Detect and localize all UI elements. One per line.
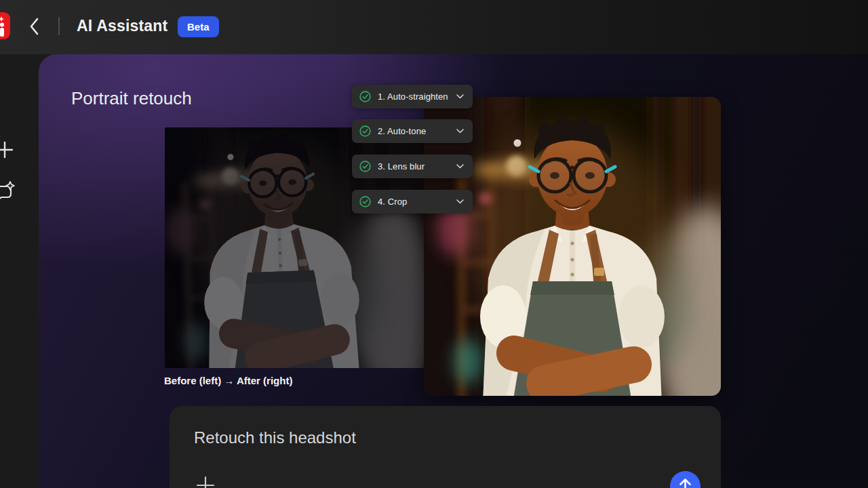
arrow-up-icon [679, 478, 692, 488]
ai-assistant-nav-button[interactable] [0, 180, 16, 208]
chevron-left-icon [28, 17, 39, 36]
send-button[interactable] [670, 471, 701, 488]
logo-glyph [0, 16, 7, 37]
step-label: 1. Auto-straighten [378, 92, 450, 102]
plus-icon [195, 475, 216, 488]
plus-icon [0, 140, 15, 160]
chevron-down-icon [456, 199, 464, 204]
app-window: AI Assistant Beta Portrait retouch [0, 0, 868, 488]
before-after-caption: Before (left) → After (right) [164, 375, 292, 386]
topbar-divider [58, 17, 60, 35]
ai-sparkle-chat-icon [0, 180, 16, 206]
chevron-down-icon [456, 129, 464, 134]
check-circle-icon [359, 161, 371, 172]
step-label: 4. Crop [378, 197, 450, 207]
step-auto-straighten[interactable]: 1. Auto-straighten [352, 85, 473, 108]
step-label: 3. Lens blur [378, 161, 450, 171]
chevron-down-icon [456, 164, 464, 169]
chevron-down-icon [456, 94, 464, 99]
beta-badge: Beta [178, 16, 219, 37]
step-auto-tone[interactable]: 2. Auto-tone [352, 119, 473, 143]
prompt-text: Retouch this headshot [194, 428, 356, 447]
step-crop[interactable]: 4. Crop [352, 190, 473, 214]
left-rail [0, 54, 39, 488]
check-circle-icon [359, 125, 371, 137]
back-button[interactable] [24, 16, 43, 38]
section-heading: Portrait retouch [71, 88, 192, 109]
step-lens-blur[interactable]: 3. Lens blur [352, 155, 473, 178]
step-label: 2. Auto-tone [378, 126, 450, 136]
topbar: AI Assistant Beta [0, 0, 868, 54]
app-logo-icon[interactable] [0, 12, 10, 39]
check-circle-icon [359, 196, 371, 207]
add-button[interactable] [0, 140, 15, 162]
attach-button[interactable] [195, 475, 216, 488]
prompt-card[interactable]: Retouch this headshot [170, 406, 721, 488]
page-title: AI Assistant [77, 17, 167, 35]
check-circle-icon [359, 91, 371, 102]
